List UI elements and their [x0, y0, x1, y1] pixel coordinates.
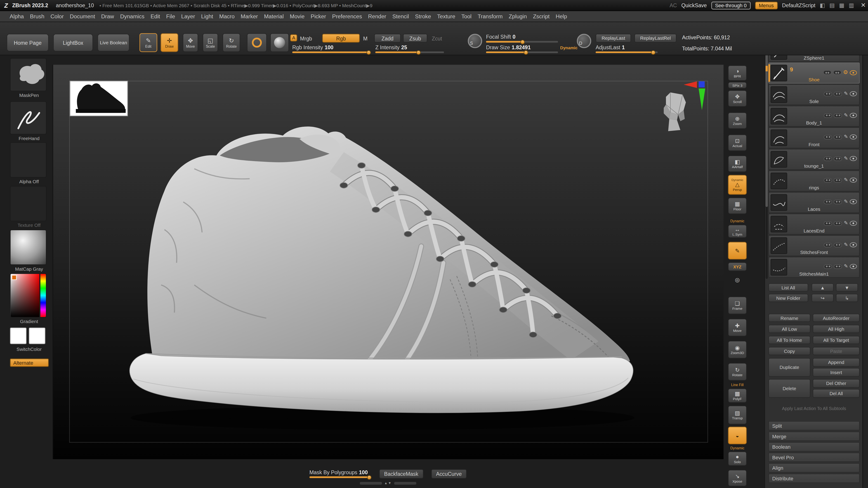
sculpt-brush-icon[interactable]: ✎ [844, 91, 848, 96]
all-to-home-button[interactable]: All To Home [768, 336, 810, 344]
current-brush-button[interactable] [247, 33, 267, 52]
secondary-color-swatch[interactable] [29, 328, 45, 344]
sculpt-brush-icon[interactable]: ✎ [844, 242, 848, 248]
merge-section[interactable]: Merge [768, 431, 860, 441]
list-all-button[interactable]: List All [768, 283, 808, 292]
aahalf-button[interactable]: ◧ AAHalf [728, 156, 747, 172]
duplicate-button[interactable]: Duplicate [768, 358, 810, 377]
menu-brush[interactable]: Brush [27, 13, 48, 20]
subtool-row[interactable]: ✎ rings [768, 170, 860, 191]
move-mode-button[interactable]: ✥ Move [183, 33, 198, 52]
document-viewport[interactable] [53, 65, 723, 459]
polypaint-toggle[interactable] [824, 156, 832, 161]
color-gradient-area[interactable] [11, 274, 39, 317]
accucurve-button[interactable]: AccuCurve [431, 469, 467, 479]
insert-button[interactable]: Insert [813, 368, 860, 377]
m-toggle[interactable]: M [363, 35, 368, 41]
replay-last-rel-button[interactable]: ReplayLastRel [634, 34, 677, 42]
palette-grid-icon[interactable]: ▦ [839, 2, 844, 8]
uv-toggle[interactable] [834, 113, 842, 118]
align-section[interactable]: Align [768, 463, 860, 473]
actual-size-button[interactable]: ⊡ Actual [728, 134, 747, 151]
autoreorder-button[interactable]: AutoReorder [813, 314, 860, 322]
main-color-swatch[interactable] [10, 328, 26, 344]
xyz-symmetry-button[interactable]: XYZ [728, 262, 747, 271]
menu-stroke[interactable]: Stroke [412, 13, 434, 20]
sculpt-brush-icon[interactable]: ✎ [844, 134, 848, 139]
subtool-row[interactable]: ✎ Laces [768, 192, 860, 213]
menu-zscript[interactable]: Zscript [530, 13, 553, 20]
subtool-row[interactable]: ✎ StitchesFront [768, 235, 860, 256]
freehand-stroke-thumbnail[interactable] [10, 101, 46, 134]
edit-mode-button[interactable]: ✎ Edit [140, 33, 157, 52]
menu-material[interactable]: Material [261, 13, 287, 20]
quicksave-button[interactable]: QuickSave [681, 2, 707, 8]
zcut-toggle[interactable]: Zcut [432, 35, 442, 41]
adjust-last-slider[interactable]: AdjustLast1 [596, 44, 657, 53]
visibility-eye-icon[interactable] [850, 91, 857, 96]
visibility-eye-icon[interactable] [850, 134, 857, 139]
replay-last-button[interactable]: ReplayLast [596, 34, 631, 42]
floor-grid-button[interactable]: ▦ Floor [728, 197, 747, 214]
rename-button[interactable]: Rename [768, 314, 810, 322]
maskpen-brush-thumbnail[interactable] [10, 58, 46, 91]
rotate-3d-button[interactable]: ↻ Rotate [728, 363, 747, 381]
local-symmetry-button[interactable]: ↔ L.Sym [728, 225, 747, 238]
polypaint-toggle[interactable] [824, 199, 832, 204]
uv-toggle[interactable] [834, 156, 842, 161]
boolean-section[interactable]: Boolean [768, 442, 860, 452]
home-page-button[interactable]: Home Page [6, 34, 49, 51]
texture-off-thumbnail[interactable] [10, 186, 46, 221]
move-3d-button[interactable]: ✚ Move [728, 319, 747, 336]
menu-texture[interactable]: Texture [434, 13, 458, 20]
menu-color[interactable]: Color [48, 13, 67, 20]
menu-tool[interactable]: Tool [458, 13, 475, 20]
zsub-toggle[interactable]: Zsub [403, 34, 428, 42]
frame-button[interactable]: ❏ Frame [728, 297, 747, 314]
subtool-row[interactable]: ✎ Sole [768, 84, 860, 105]
draw-mode-button[interactable]: ✛ Draw [160, 33, 178, 52]
polypaint-toggle[interactable] [824, 264, 832, 269]
paste-button[interactable]: Paste [813, 347, 860, 355]
default-zscript-button[interactable]: DefaultZScript [782, 2, 815, 8]
gear-icon[interactable]: ⚙ [843, 70, 848, 75]
depth-curve-icon[interactable]: D [577, 34, 591, 48]
visibility-eye-icon[interactable] [850, 199, 857, 204]
new-folder-button[interactable]: New Folder [768, 294, 808, 302]
del-other-button[interactable]: Del Other [813, 379, 860, 388]
ghost-transparency-button[interactable]: ◒ [728, 427, 747, 444]
menu-transform[interactable]: Transform [475, 13, 506, 20]
focal-shift-slider[interactable]: Focal Shift0 [486, 34, 558, 42]
menu-movie[interactable]: Movie [287, 13, 308, 20]
uv-toggle[interactable] [834, 199, 842, 204]
subtool-scrollbar[interactable] [766, 41, 768, 279]
menu-macro[interactable]: Macro [216, 13, 238, 20]
window-icon[interactable]: ▥ [849, 2, 854, 8]
menu-dynamics[interactable]: Dynamics [117, 13, 147, 20]
draw-size-slider[interactable]: Draw Size1.82491 [486, 44, 558, 53]
visibility-eye-icon[interactable] [850, 221, 857, 226]
polypaint-toggle[interactable] [824, 92, 832, 96]
scale-mode-button[interactable]: ◱ Scale [203, 33, 218, 52]
menu-draw[interactable]: Draw [98, 13, 117, 20]
sculpt-brush-icon[interactable]: ✎ [844, 177, 848, 183]
spix-slider[interactable]: SPix 3 [728, 82, 747, 88]
bevel-pro-section[interactable]: Bevel Pro [768, 453, 860, 462]
menu-document[interactable]: Document [67, 13, 98, 20]
uv-toggle[interactable] [834, 221, 842, 225]
live-boolean-button[interactable]: Live Boolean [97, 34, 129, 51]
draw-size-dynamic-toggle[interactable]: Dynamic [560, 45, 578, 51]
visibility-eye-icon[interactable] [850, 113, 857, 118]
split-section[interactable]: Split [768, 421, 860, 431]
all-high-button[interactable]: All High [813, 325, 860, 333]
stroke-curve-icon[interactable]: S [468, 34, 482, 48]
polypaint-toggle[interactable] [823, 70, 832, 75]
visibility-eye-icon[interactable] [850, 177, 857, 183]
sculpt-brush-icon[interactable]: ✎ [844, 113, 848, 118]
polypaint-toggle[interactable] [824, 178, 832, 182]
polyframe-button[interactable]: ▩ PolyF [728, 388, 747, 403]
subtool-row[interactable]: ✎ StitchesMain1 [768, 257, 860, 278]
zadd-toggle[interactable]: Zadd [374, 34, 401, 42]
see-through-slider[interactable]: See-through 0 [711, 1, 750, 9]
uv-toggle[interactable] [834, 135, 842, 139]
